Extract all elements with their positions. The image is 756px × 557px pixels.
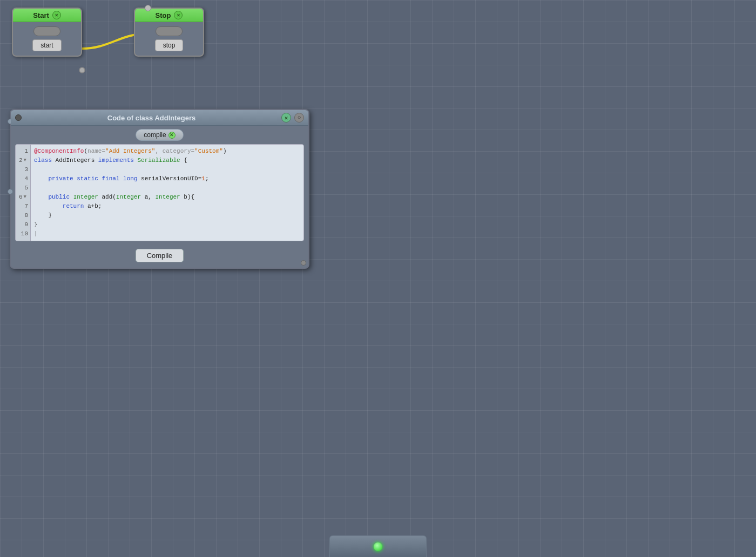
stop-node-button[interactable]: stop	[155, 39, 184, 51]
start-node-port	[33, 26, 60, 36]
stop-node-close[interactable]: ✕	[174, 11, 183, 19]
compile-pill-close[interactable]: ✕	[168, 132, 176, 139]
stop-node-input-port	[145, 5, 151, 11]
compile-toolbar-button[interactable]: compile ✕	[136, 129, 183, 141]
code-window-side-dot-left	[8, 189, 13, 194]
code-editor[interactable]: 1 2▼ 3 4 5 6▼ 7 8 9 10 @ComponentInfo(na…	[15, 144, 304, 241]
start-node-body: start	[13, 22, 81, 56]
code-window-header: Code of class AddIntegers ✕ ○	[11, 110, 308, 126]
code-window[interactable]: Code of class AddIntegers ✕ ○ compile ✕ …	[10, 109, 309, 269]
stop-node-title: Stop	[156, 11, 171, 19]
status-bar	[329, 535, 427, 557]
main-canvas: Start ✕ start Stop ✕ stop	[0, 0, 756, 557]
stop-node[interactable]: Stop ✕ stop	[134, 8, 204, 57]
connections-layer	[0, 0, 756, 557]
code-window-close[interactable]: ✕	[281, 113, 291, 123]
start-node-button[interactable]: start	[32, 39, 61, 51]
code-window-expand[interactable]: ○	[294, 113, 304, 123]
stop-node-body: stop	[135, 22, 203, 56]
start-node-title: Start	[33, 11, 49, 19]
compile-button[interactable]: Compile	[136, 249, 184, 262]
start-node-header: Start ✕	[13, 9, 81, 22]
code-text[interactable]: @ComponentInfo(name="Add Integers", cate…	[31, 145, 303, 241]
svg-point-0	[79, 67, 85, 73]
start-node-close[interactable]: ✕	[52, 11, 61, 19]
stop-node-header: Stop ✕	[135, 9, 203, 22]
stop-node-port	[156, 26, 183, 36]
code-window-footer: Compile	[11, 246, 308, 268]
start-node[interactable]: Start ✕ start	[12, 8, 82, 57]
resize-handle[interactable]	[301, 260, 306, 266]
line-numbers: 1 2▼ 3 4 5 6▼ 7 8 9 10	[16, 145, 31, 241]
status-green-dot	[374, 542, 382, 551]
code-window-toolbar: compile ✕	[11, 126, 308, 144]
code-window-left-dot	[15, 114, 22, 121]
code-window-title: Code of class AddIntegers	[25, 114, 278, 122]
